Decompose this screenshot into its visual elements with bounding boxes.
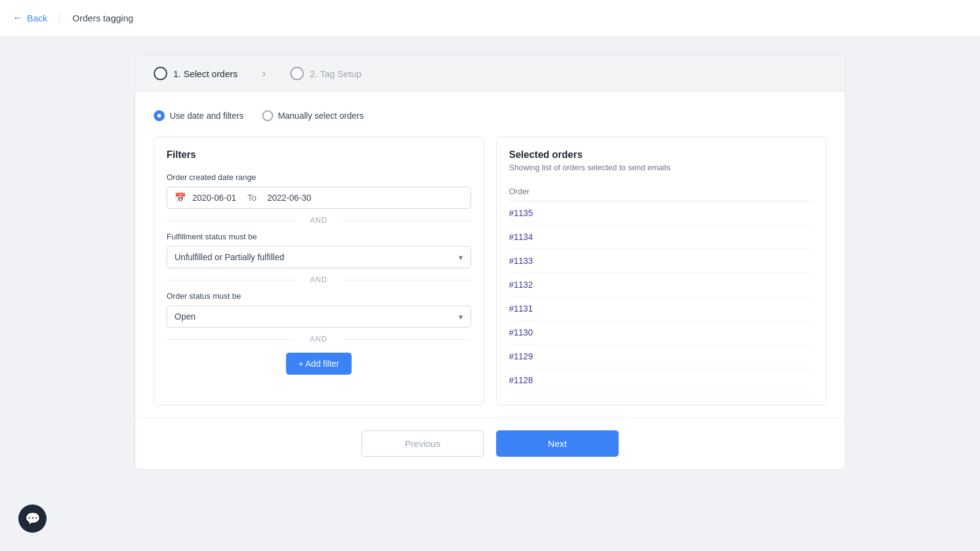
selected-orders-title: Selected orders bbox=[509, 149, 813, 160]
order-link[interactable]: #1134 bbox=[509, 232, 533, 242]
stepper: 1. Select orders › 2. Tag Setup bbox=[135, 56, 845, 92]
order-link[interactable]: #1130 bbox=[509, 328, 533, 337]
radio-group: Use date and filters Manually select ord… bbox=[154, 110, 826, 121]
date-range-row[interactable]: 📅 2020-06-01 To 2022-06-30 bbox=[167, 187, 471, 209]
step-1: 1. Select orders bbox=[154, 67, 238, 80]
chat-bubble-button[interactable]: 💬 bbox=[18, 504, 47, 533]
wizard-footer: Previous Next bbox=[135, 418, 845, 469]
table-row: #1132 bbox=[509, 273, 813, 297]
radio-dot-use-date bbox=[154, 110, 165, 121]
order-link[interactable]: #1133 bbox=[509, 256, 533, 266]
filters-title: Filters bbox=[167, 149, 471, 160]
order-status-chevron-icon: ▾ bbox=[459, 312, 463, 321]
add-filter-label: + Add filter bbox=[298, 359, 339, 369]
radio-dot-manual bbox=[262, 110, 273, 121]
selected-orders-subtitle: Showing list of orders selected to send … bbox=[509, 163, 813, 172]
table-row: #1134 bbox=[509, 225, 813, 249]
order-status-value: Open bbox=[175, 312, 195, 321]
order-link[interactable]: #1135 bbox=[509, 208, 533, 218]
top-bar-title-area: Orders tagging bbox=[59, 13, 968, 24]
fulfillment-dropdown[interactable]: Unfulfilled or Partially fulfilled ▾ bbox=[167, 246, 471, 268]
order-link[interactable]: #1128 bbox=[509, 375, 533, 385]
table-row: #1130 bbox=[509, 321, 813, 345]
step-2: 2. Tag Setup bbox=[290, 67, 361, 80]
wizard-body: Use date and filters Manually select ord… bbox=[135, 92, 845, 418]
fulfillment-label: Fulfillment status must be bbox=[167, 232, 471, 241]
and-divider-2: AND bbox=[167, 276, 471, 284]
back-arrow-icon: ← bbox=[12, 12, 23, 24]
next-label: Next bbox=[548, 438, 567, 449]
order-link[interactable]: #1129 bbox=[509, 351, 533, 361]
add-filter-button[interactable]: + Add filter bbox=[286, 353, 352, 375]
orders-table-header: Order bbox=[509, 182, 813, 201]
table-row: #1131 bbox=[509, 297, 813, 321]
and-divider-3: AND bbox=[167, 335, 471, 343]
date-range-label: Order created date range bbox=[167, 173, 471, 182]
date-to-label: To bbox=[247, 193, 257, 203]
radio-manually-select[interactable]: Manually select orders bbox=[262, 110, 364, 121]
back-button[interactable]: ← Back bbox=[12, 12, 47, 24]
order-link[interactable]: #1131 bbox=[509, 304, 533, 313]
date-from: 2020-06-01 bbox=[192, 193, 236, 203]
step-1-label: 1. Select orders bbox=[173, 69, 238, 79]
wizard-container: 1. Select orders › 2. Tag Setup Use date… bbox=[135, 55, 845, 470]
table-row: #1129 bbox=[509, 345, 813, 369]
table-row: #1133 bbox=[509, 249, 813, 273]
order-status-label: Order status must be bbox=[167, 291, 471, 301]
next-button[interactable]: Next bbox=[496, 430, 619, 457]
step-1-circle bbox=[154, 67, 167, 80]
and-divider-1: AND bbox=[167, 216, 471, 225]
page-title: Orders tagging bbox=[72, 13, 133, 23]
calendar-icon: 📅 bbox=[175, 192, 186, 203]
main-content: 1. Select orders › 2. Tag Setup Use date… bbox=[0, 37, 980, 551]
two-column-layout: Filters Order created date range 📅 2020-… bbox=[154, 137, 826, 405]
back-label: Back bbox=[27, 13, 47, 23]
step-chevron-icon: › bbox=[262, 67, 266, 80]
step-2-label: 2. Tag Setup bbox=[310, 69, 361, 79]
table-row: #1128 bbox=[509, 369, 813, 392]
top-bar: ← Back Orders tagging bbox=[0, 0, 980, 37]
radio-use-date-filters[interactable]: Use date and filters bbox=[154, 110, 244, 121]
previous-label: Previous bbox=[405, 438, 440, 449]
radio-use-date-label: Use date and filters bbox=[170, 111, 244, 121]
radio-manual-label: Manually select orders bbox=[278, 111, 364, 121]
chat-icon: 💬 bbox=[25, 511, 40, 526]
date-to-value: 2022-06-30 bbox=[267, 193, 311, 203]
selected-orders-panel: Selected orders Showing list of orders s… bbox=[496, 137, 826, 405]
order-link[interactable]: #1132 bbox=[509, 280, 533, 290]
previous-button[interactable]: Previous bbox=[361, 430, 484, 457]
table-row: #1135 bbox=[509, 201, 813, 225]
order-status-dropdown[interactable]: Open ▾ bbox=[167, 305, 471, 328]
fulfillment-chevron-icon: ▾ bbox=[459, 253, 463, 262]
filters-panel: Filters Order created date range 📅 2020-… bbox=[154, 137, 484, 405]
step-2-circle bbox=[290, 67, 304, 80]
fulfillment-value: Unfulfilled or Partially fulfilled bbox=[175, 252, 284, 262]
orders-table: Order #1135#1134#1133#1132#1131#1130#112… bbox=[509, 182, 813, 392]
